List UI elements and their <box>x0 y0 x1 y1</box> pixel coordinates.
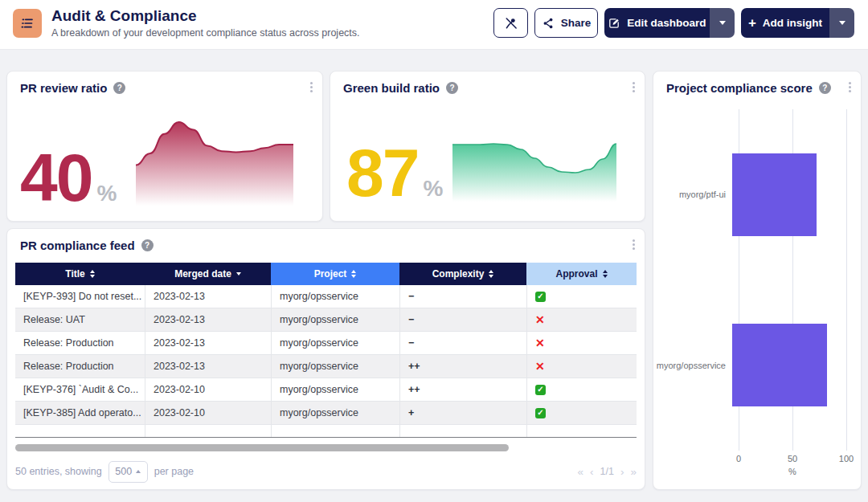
table-empty-strip <box>15 425 637 438</box>
rejected-cross-icon: ✕ <box>535 337 545 349</box>
sort-icon <box>489 270 493 278</box>
unpin-button[interactable] <box>493 8 528 38</box>
page-size-select[interactable]: 500 <box>108 461 148 483</box>
card-menu-icon[interactable] <box>310 86 313 88</box>
edit-dashboard-label: Edit dashboard <box>627 17 706 29</box>
horizontal-scrollbar[interactable] <box>15 444 509 451</box>
pr-compliance-feed-card: PR compliance feed Title Merged date Pro… <box>6 228 645 490</box>
project-compliance-score-card: Project compliance score myorg/ptf-ui my… <box>653 71 862 490</box>
next-page-button[interactable]: › <box>620 466 624 478</box>
merged-date-cell: 2023-02-10 <box>145 402 271 424</box>
x-axis-tick: 50 <box>788 454 797 463</box>
dashboard-icon-tile <box>13 9 42 38</box>
approved-check-icon: ✓ <box>535 385 546 395</box>
column-header-project[interactable]: Project <box>271 263 399 285</box>
column-label: Project <box>314 268 347 280</box>
column-header-title[interactable]: Title <box>15 263 145 285</box>
page-title: Audit & Compliance <box>51 7 197 25</box>
project-cell: myorg/opsservice <box>271 308 399 331</box>
help-icon[interactable] <box>446 82 458 94</box>
edit-dashboard-button[interactable]: Edit dashboard <box>604 8 710 38</box>
column-label: Title <box>65 268 84 280</box>
sort-icon <box>351 270 356 278</box>
complexity-cell: ++ <box>399 355 526 378</box>
edit-icon <box>608 17 620 30</box>
column-header-merged-date[interactable]: Merged date <box>145 263 271 285</box>
merged-date-cell: 2023-02-13 <box>145 355 271 378</box>
help-icon[interactable] <box>141 239 154 251</box>
pr-title-cell: [KEYP-393] Do not reset... <box>15 285 145 308</box>
x-axis-label: % <box>788 467 796 476</box>
add-insight-dropdown[interactable] <box>829 8 854 38</box>
bar-category-label: myorg/ptf-ui <box>653 190 732 199</box>
pr-title-cell: [KEYP-376] `Audit & Co... <box>15 378 145 401</box>
feed-table-body: [KEYP-393] Do not reset...2023-02-13myor… <box>15 285 637 425</box>
pr-title-cell: Release: Production <box>15 332 145 354</box>
table-row[interactable]: [KEYP-376] `Audit & Co...2023-02-10myorg… <box>15 378 637 402</box>
approval-cell: ✓ <box>526 402 637 424</box>
project-cell: myorg/opsservice <box>271 355 399 378</box>
page-size-value: 500 <box>115 466 132 477</box>
column-header-complexity[interactable]: Complexity <box>399 263 526 285</box>
complexity-cell: − <box>399 285 526 308</box>
add-insight-button[interactable]: + Add insight <box>741 8 829 38</box>
approval-cell: ✕ <box>526 355 637 378</box>
horizontal-bar-chart: myorg/ptf-ui myorg/opsservice <box>653 109 861 451</box>
column-label: Merged date <box>174 268 231 280</box>
approved-check-icon: ✓ <box>535 292 546 302</box>
approval-cell: ✓ <box>526 285 637 308</box>
table-row[interactable]: Release: UAT2023-02-13myorg/opsservice−✕ <box>15 308 637 332</box>
rejected-cross-icon: ✕ <box>535 361 545 372</box>
approved-check-icon: ✓ <box>535 408 546 418</box>
card-title: Green build ratio <box>343 81 440 95</box>
card-menu-icon[interactable] <box>849 86 851 88</box>
pin-off-icon <box>504 16 518 31</box>
metric-value: 40 <box>20 149 92 206</box>
pagination: « ‹ 1/1 › » <box>578 466 637 478</box>
complexity-cell: + <box>399 402 526 424</box>
column-header-approval[interactable]: Approval <box>526 263 637 285</box>
pr-review-ratio-value: 40 % <box>20 149 117 206</box>
complexity-cell: ++ <box>399 378 526 401</box>
pr-title-cell: Release: Production <box>15 355 145 378</box>
table-row[interactable]: Release: Production2023-02-13myorg/opsse… <box>15 332 637 355</box>
prev-page-button[interactable]: ‹ <box>590 466 594 478</box>
table-row[interactable]: [KEYP-393] Do not reset...2023-02-13myor… <box>15 285 637 308</box>
column-label: Approval <box>555 268 597 280</box>
approval-cell: ✕ <box>526 332 637 354</box>
complexity-cell: − <box>399 332 526 354</box>
card-title: PR compliance feed <box>20 239 135 252</box>
share-button[interactable]: Share <box>534 8 598 38</box>
green-build-ratio-card: Green build ratio 87 % <box>330 71 645 222</box>
help-icon[interactable] <box>113 82 125 94</box>
green-build-sparkline <box>452 137 616 202</box>
card-menu-icon[interactable] <box>633 86 635 88</box>
edit-dashboard-button-group: Edit dashboard <box>604 8 735 38</box>
table-row[interactable]: [KEYP-385] Add operato...2023-02-10myorg… <box>15 402 637 425</box>
chevron-down-icon <box>839 21 845 25</box>
pr-review-ratio-card: PR review ratio 40 % <box>6 71 323 222</box>
compliance-bar <box>732 153 817 236</box>
first-page-button[interactable]: « <box>578 466 584 478</box>
x-axis-tick: 100 <box>839 454 854 463</box>
share-icon <box>542 17 555 30</box>
sort-icon <box>90 270 95 278</box>
help-icon[interactable] <box>819 82 831 94</box>
table-header-row: Title Merged date Project Complexity App… <box>15 263 637 285</box>
metric-value: 87 <box>346 144 418 202</box>
page-subtitle: A breakdown of your development complian… <box>51 27 360 39</box>
edit-dashboard-dropdown[interactable] <box>710 8 735 38</box>
card-menu-icon[interactable] <box>633 243 635 246</box>
bar-category-label: myorg/opsservice <box>653 361 732 370</box>
card-title: PR review ratio <box>20 81 107 95</box>
list-icon <box>19 15 35 31</box>
plus-icon: + <box>748 16 756 30</box>
share-button-label: Share <box>561 17 592 29</box>
metric-unit: % <box>96 181 117 206</box>
project-cell: myorg/opsservice <box>271 285 399 308</box>
bar-row: myorg/opsservice <box>653 280 861 451</box>
last-page-button[interactable]: » <box>630 466 637 478</box>
metric-unit: % <box>423 176 443 202</box>
table-row[interactable]: Release: Production2023-02-13myorg/opsse… <box>15 355 637 378</box>
approval-cell: ✓ <box>526 378 637 401</box>
